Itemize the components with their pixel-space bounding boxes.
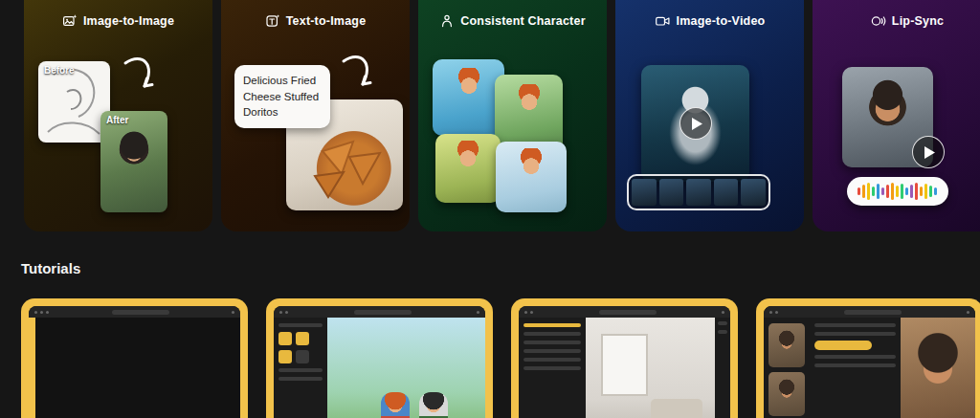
feature-card-image-to-image[interactable]: Image-to-Image Before After — [24, 0, 212, 231]
card-header: Consistent Character — [418, 13, 607, 29]
app-canvas-area — [764, 318, 975, 418]
generate-button — [814, 341, 872, 350]
placeholder-line — [523, 358, 581, 362]
card-header: Text-to-Image — [221, 13, 410, 29]
toolbar-pill — [112, 310, 169, 315]
character-image-superhero — [496, 142, 567, 212]
card-header: Lip-Sync — [813, 13, 980, 29]
card-header: Image-to-Video — [615, 13, 804, 29]
tool-button — [278, 350, 292, 363]
app-settings-panel — [810, 318, 901, 418]
curved-arrow-icon — [120, 54, 160, 99]
audio-waveform — [847, 177, 948, 206]
tutorial-card-2[interactable] — [266, 298, 493, 418]
toolbar-dot — [40, 311, 43, 314]
tutorial-card-1[interactable]: dzine — [21, 298, 248, 418]
app-toolbar — [29, 306, 240, 318]
toolbar-dot — [530, 311, 533, 314]
placeholder-line — [718, 321, 727, 325]
after-label: After — [106, 115, 128, 125]
app-canvas-area: dzine — [29, 318, 240, 418]
placeholder-line — [278, 377, 323, 381]
image-to-video-icon — [655, 13, 671, 29]
app-toolbar — [764, 306, 975, 318]
cartoon-boy — [381, 392, 410, 418]
tool-grid — [278, 332, 323, 345]
placeholder-line — [814, 363, 896, 367]
character-image-tennis — [435, 134, 501, 203]
canvas-image-kids — [327, 318, 485, 418]
toolbar-dot — [967, 311, 969, 314]
placeholder-line — [523, 323, 581, 327]
toolbar-dot — [524, 311, 527, 314]
tutorial-screenshot — [764, 306, 975, 418]
room-window — [601, 334, 648, 396]
tutorials-heading: Tutorials — [21, 260, 80, 276]
toolbar-pill — [599, 310, 657, 315]
app-toolbar — [274, 306, 485, 318]
app-sidebar — [274, 318, 327, 418]
tool-button — [278, 332, 292, 345]
app-sidebar — [764, 318, 810, 418]
card-title: Text-to-Image — [286, 14, 367, 28]
toolbar-pill — [844, 310, 902, 315]
lip-sync-icon — [870, 13, 886, 29]
play-button[interactable] — [912, 136, 945, 168]
tutorial-card-3[interactable] — [511, 298, 738, 418]
placeholder-line — [278, 368, 323, 372]
tutorial-screenshot — [274, 306, 485, 418]
dzine-logo: dzine — [68, 414, 200, 418]
toolbar-dot — [34, 311, 37, 314]
tool-grid — [278, 350, 323, 363]
feature-cards-row: Image-to-Image Before After — [0, 0, 980, 231]
feature-card-image-to-video[interactable]: Image-to-Video — [615, 0, 804, 231]
canvas-image-interior — [586, 318, 715, 418]
app-sidebar — [519, 318, 586, 418]
feature-card-lip-sync[interactable]: Lip-Sync — [813, 0, 980, 231]
placeholder-line — [718, 330, 727, 334]
play-button[interactable] — [679, 107, 712, 140]
filmstrip-frame — [659, 179, 684, 206]
toolbar-dot — [285, 311, 288, 314]
app-toolbar — [519, 306, 730, 318]
prompt-text-bubble: Delicious Fried Cheese Stuffed Doritos — [234, 65, 330, 128]
character-face — [519, 148, 544, 177]
text-to-image-icon — [265, 13, 280, 29]
feature-card-consistent-character[interactable]: Consistent Character — [418, 0, 607, 231]
app-canvas-area — [519, 318, 730, 418]
toolbar-pill — [354, 310, 412, 315]
filmstrip-frame — [741, 179, 766, 206]
cartoon-girl — [419, 392, 448, 418]
character-face — [517, 84, 542, 113]
page: Image-to-Image Before After — [0, 0, 980, 418]
card-header: Image-to-Image — [24, 13, 212, 29]
tool-button — [296, 350, 309, 363]
placeholder-line — [523, 332, 581, 336]
filmstrip-frame — [714, 179, 739, 206]
image-to-image-icon — [62, 13, 78, 29]
toolbar-dot — [769, 311, 772, 314]
character-face — [456, 141, 480, 169]
after-image: After — [100, 111, 167, 212]
app-right-panel — [715, 318, 730, 418]
tutorial-card-4[interactable] — [756, 298, 980, 418]
toolbar-dot — [775, 311, 778, 314]
placeholder-line — [814, 323, 896, 327]
portrait-thumbnail — [768, 323, 805, 367]
consistent-character-icon — [439, 13, 455, 29]
card-title: Consistent Character — [460, 14, 585, 28]
curved-arrow-icon — [338, 52, 378, 98]
toolbar-dot — [232, 311, 234, 314]
before-image: Before — [38, 61, 110, 143]
card-title: Lip-Sync — [892, 14, 944, 28]
tutorials-row: dzine — [21, 298, 980, 418]
filmstrip-frame — [632, 179, 657, 206]
placeholder-line — [523, 366, 581, 370]
placeholder-line — [523, 341, 581, 344]
toolbar-dot — [477, 311, 479, 314]
placeholder-line — [814, 332, 896, 336]
character-face — [457, 68, 481, 97]
character-image-pool — [433, 59, 504, 136]
toolbar-dot — [279, 311, 282, 314]
feature-card-text-to-image[interactable]: Text-to-Image Delicious Fried Cheese Stu… — [221, 0, 410, 231]
